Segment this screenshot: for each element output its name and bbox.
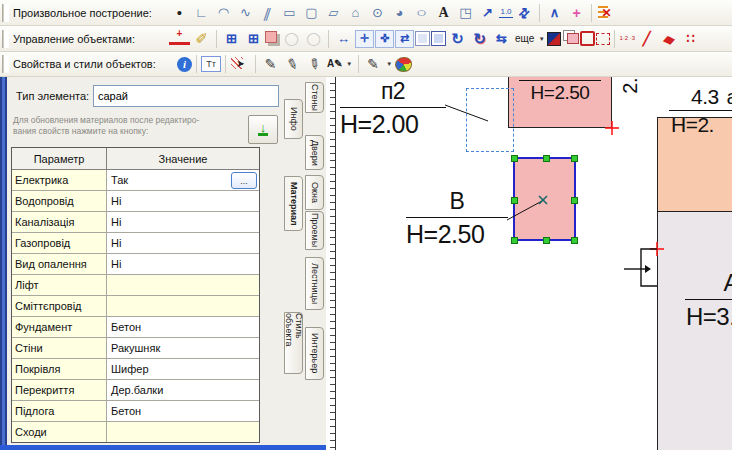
table-row[interactable]: КаналізаціяНі: [12, 212, 259, 233]
tab-материал[interactable]: Материал: [284, 176, 303, 231]
rectangle-icon[interactable]: ▭: [279, 3, 300, 23]
arc-icon[interactable]: ◠: [213, 3, 234, 23]
spline-icon[interactable]: ∿: [235, 3, 256, 23]
table-row[interactable]: Сміттєпровід: [12, 296, 259, 317]
toolbar-grip[interactable]: [2, 30, 9, 48]
drawing-canvas[interactable]: Н=2.50 п2: [336, 77, 732, 450]
pencil-dropdown-icon[interactable]: ✎: [363, 54, 384, 74]
value-cell[interactable]: Ні: [107, 191, 259, 211]
value-cell[interactable]: Шифер: [107, 359, 259, 379]
table-row[interactable]: ПокрівляШифер: [12, 359, 259, 380]
selection-handle[interactable]: [511, 197, 518, 204]
table-row[interactable]: ГазопровідНі: [12, 233, 259, 254]
ellipsis-button[interactable]: ...: [231, 172, 257, 189]
pan-icon[interactable]: ✛: [355, 30, 374, 48]
table-row[interactable]: ВодопровідНі: [12, 191, 259, 212]
toolbar-grip[interactable]: [2, 55, 9, 73]
rotate-icon[interactable]: ↻: [447, 29, 468, 49]
value-cell[interactable]: Бетон: [107, 401, 259, 421]
parallel-lines-icon[interactable]: ∥: [254, 3, 281, 23]
selection-handle[interactable]: [571, 155, 578, 162]
dimension-height[interactable]: 2.9: [619, 77, 642, 101]
value-cell[interactable]: Так...: [107, 170, 259, 190]
select-frame-2-icon[interactable]: [431, 31, 446, 46]
contour-icon[interactable]: [580, 31, 595, 46]
element-type-input[interactable]: [93, 85, 279, 107]
room-a-big-label[interactable]: А Н=3.: [685, 269, 732, 331]
pencil-style-icon[interactable]: ✎: [260, 54, 281, 74]
room-selected[interactable]: [513, 157, 576, 241]
tab-проемы[interactable]: Проемы: [305, 211, 324, 250]
tab-интерьер[interactable]: Интерьер: [305, 327, 324, 380]
tab-двери[interactable]: Двери: [305, 135, 324, 170]
table-row[interactable]: Ліфт: [12, 275, 259, 296]
table-row[interactable]: Сходи: [12, 422, 259, 442]
text-style-icon[interactable]: Tт: [201, 56, 221, 72]
selection-handle[interactable]: [543, 237, 550, 244]
info-icon[interactable]: i: [177, 57, 192, 72]
value-cell[interactable]: [107, 422, 259, 442]
circle-icon[interactable]: ⊙: [367, 3, 388, 23]
table-row[interactable]: ФундаментБетон: [12, 317, 259, 338]
polyline-icon[interactable]: ∟: [191, 3, 212, 23]
numbering-icon[interactable]: 1·2 ·3: [619, 29, 635, 49]
dashed-contour-icon[interactable]: [596, 33, 610, 45]
point-icon[interactable]: •: [169, 3, 190, 23]
tab-лестницы[interactable]: Лестницы: [305, 257, 324, 310]
selection-handle[interactable]: [511, 237, 518, 244]
selection-handle[interactable]: [543, 155, 550, 162]
add-node-icon[interactable]: +: [566, 3, 587, 23]
value-cell[interactable]: Ракушняк: [107, 338, 259, 358]
resize-diagonal-icon[interactable]: ⇅: [510, 3, 539, 23]
value-cell[interactable]: Ні: [107, 254, 259, 274]
join-walls-left-icon[interactable]: ⊞: [221, 29, 242, 49]
table-row[interactable]: ПерекриттяДер.балки: [12, 380, 259, 401]
selection-handle[interactable]: [571, 237, 578, 244]
rotate-selection-icon[interactable]: ↻: [469, 29, 490, 49]
edit-nodes-icon[interactable]: ∧: [544, 3, 565, 23]
red-diamond-icon[interactable]: ◆: [653, 29, 684, 49]
value-cell[interactable]: Ні: [107, 233, 259, 253]
value-cell[interactable]: Дер.балки: [107, 380, 259, 400]
value-cell[interactable]: [107, 296, 259, 316]
move-icon[interactable]: ✜: [375, 30, 394, 48]
toolbar-grip[interactable]: [2, 4, 9, 22]
palette-icon[interactable]: [395, 57, 412, 72]
value-cell[interactable]: [107, 275, 259, 295]
pentagon-icon[interactable]: ⌂: [345, 3, 366, 23]
dimension-width[interactable]: 4.3: [691, 85, 719, 109]
annotation-v[interactable]: В Н=2.50: [406, 188, 508, 249]
select-frame-icon[interactable]: [415, 31, 430, 46]
arrow-tool-icon[interactable]: ↗: [477, 3, 498, 23]
value-cell[interactable]: Бетон: [107, 317, 259, 337]
tab-окна[interactable]: Окна: [305, 175, 324, 210]
mirror-icon[interactable]: ⇄: [395, 30, 414, 48]
table-row[interactable]: ПідлогаБетон: [12, 401, 259, 422]
annotation-p2[interactable]: п2 Н=2.00: [340, 78, 446, 139]
selection-handle[interactable]: [571, 197, 578, 204]
table-row[interactable]: Вид опаленняНі: [12, 254, 259, 275]
join-walls-right-icon[interactable]: ⊞: [243, 29, 264, 49]
delete-objects-icon[interactable]: ✕: [596, 3, 617, 23]
tab-стиль-объекта[interactable]: Стиль объекта: [284, 312, 303, 374]
add-segment-icon[interactable]: +: [169, 29, 190, 49]
pencil-dropdown-arrow[interactable]: ▼: [385, 54, 394, 74]
value-cell[interactable]: Ні: [107, 212, 259, 232]
more-button[interactable]: еще: [513, 29, 536, 49]
stretch-width-icon[interactable]: ↔: [333, 29, 354, 49]
table-row[interactable]: ЕлектрикаТак...: [12, 170, 259, 191]
room-top-pink[interactable]: Н=2.50: [508, 77, 612, 128]
room-a-big[interactable]: [657, 212, 732, 450]
table-row[interactable]: СтіниРакушняк: [12, 338, 259, 359]
region-icon[interactable]: ◳: [455, 3, 476, 23]
update-materials-button[interactable]: ↓: [248, 115, 278, 144]
overlap-objects-icon[interactable]: [567, 33, 579, 44]
ellipse-disabled-icon[interactable]: ◯: [281, 29, 302, 49]
ellipse-icon[interactable]: ○: [407, 3, 436, 23]
ellipse-disabled-2-icon[interactable]: ◯: [303, 29, 324, 49]
rounded-rectangle-icon[interactable]: ▢: [301, 3, 322, 23]
font-dropdown-arrow[interactable]: ▼: [345, 54, 354, 74]
pick-hatch-icon[interactable]: ➤: [230, 54, 251, 74]
font-style-icon[interactable]: A✎: [326, 54, 344, 74]
parallelogram-icon[interactable]: ▱: [323, 3, 344, 23]
